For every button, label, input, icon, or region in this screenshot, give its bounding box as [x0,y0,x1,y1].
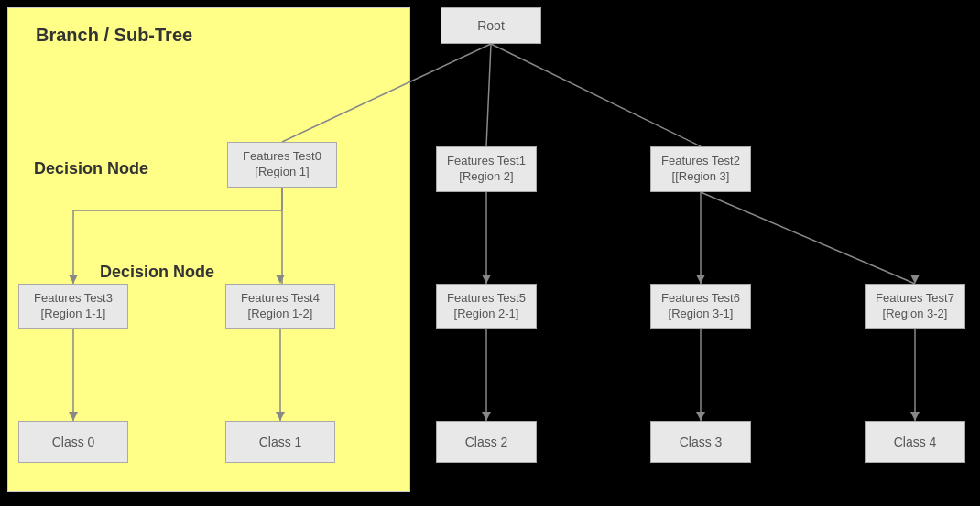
ft2-label: Features Test2[[Region 3] [661,154,740,185]
ft7-label: Features Test7[Region 3-2] [876,291,954,322]
ft5-label: Features Test5[Region 2-1] [447,291,526,322]
decision-node-label-1: Decision Node [34,159,148,178]
root-label: Root [477,17,505,34]
svg-line-19 [701,192,915,284]
ft4-label: Features Test4[Region 1-2] [241,291,320,322]
diagram: Branch / Sub-Tree Decision Node Decision… [0,0,980,506]
class0-node: Class 0 [18,421,128,463]
svg-line-1 [486,44,491,146]
class2-label: Class 2 [465,434,508,450]
ft3-node: Features Test3[Region 1-1] [18,284,128,329]
svg-marker-20 [910,275,920,284]
svg-marker-24 [910,412,920,421]
decision-node-label-2: Decision Node [100,263,214,282]
class3-node: Class 3 [650,421,751,463]
ft6-node: Features Test6[Region 3-1] [650,284,751,329]
ft5-node: Features Test5[Region 2-1] [436,284,537,329]
class1-node: Class 1 [225,421,335,463]
ft3-label: Features Test3[Region 1-1] [34,291,113,322]
ft2-node: Features Test2[[Region 3] [650,146,751,192]
class4-node: Class 4 [865,421,965,463]
ft1-label: Features Test1[Region 2] [447,154,526,185]
class0-label: Class 0 [52,434,95,450]
branch-label: Branch / Sub-Tree [36,25,192,46]
class3-label: Class 3 [680,434,723,450]
ft0-node: Features Test0[Region 1] [227,142,337,188]
ft1-node: Features Test1[Region 2] [436,146,537,192]
ft4-node: Features Test4[Region 1-2] [225,284,335,329]
ft7-node: Features Test7[Region 3-2] [865,284,965,329]
svg-marker-22 [696,412,705,421]
class1-label: Class 1 [259,434,302,450]
svg-marker-16 [482,412,491,421]
root-node: Root [441,7,541,44]
class4-label: Class 4 [894,434,937,450]
class2-node: Class 2 [436,421,537,463]
svg-line-2 [491,44,701,146]
ft6-label: Features Test6[Region 3-1] [661,291,740,322]
ft0-label: Features Test0[Region 1] [243,149,321,180]
branch-area: Branch / Sub-Tree Decision Node Decision… [7,7,410,492]
svg-marker-14 [482,275,491,284]
svg-marker-18 [696,275,705,284]
